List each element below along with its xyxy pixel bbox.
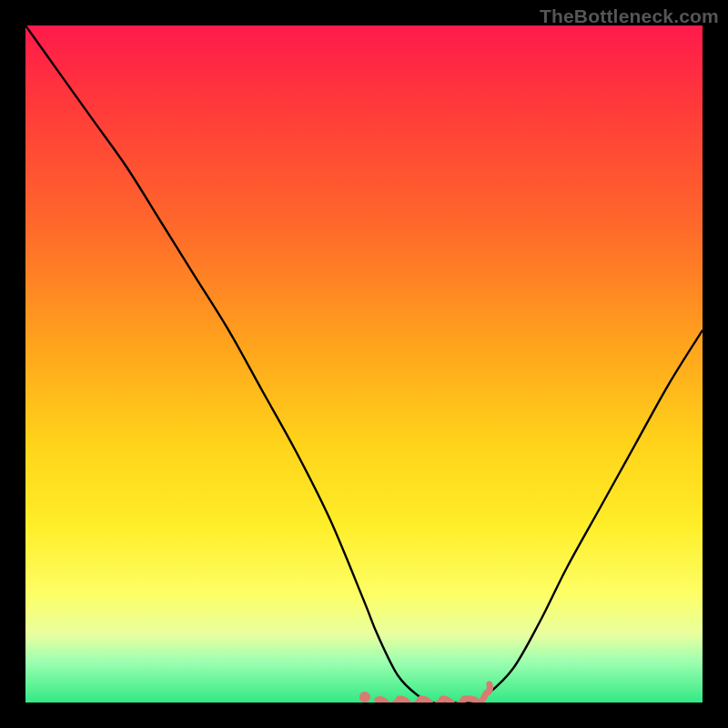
bottleneck-curve-svg [25,25,703,703]
optimal-region-squiggle [378,684,490,703]
chart-frame: TheBottleneck.com [0,0,728,728]
optimal-region-dot [359,692,370,703]
chart-plot-area [25,25,703,703]
watermark-text: TheBottleneck.com [540,5,719,27]
bottleneck-curve-path [25,25,703,703]
